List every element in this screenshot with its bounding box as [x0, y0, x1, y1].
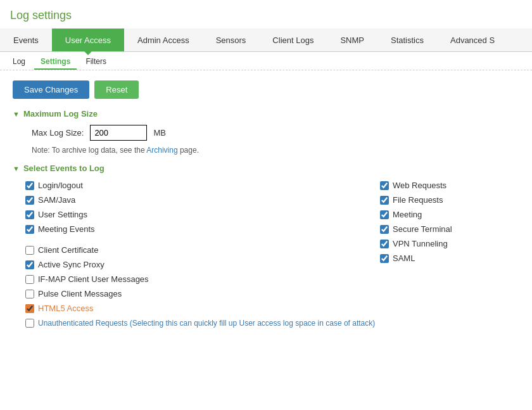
- max-log-size-row: Max Log Size: MB: [32, 125, 519, 141]
- secure-terminal-checkbox[interactable]: [380, 225, 389, 234]
- tab-sensors[interactable]: Sensors: [203, 29, 260, 51]
- select-events-header: ▼ Select Events to Log: [13, 163, 519, 173]
- sub-tab-log[interactable]: Log: [6, 54, 32, 70]
- meeting-checkbox[interactable]: [380, 210, 389, 219]
- list-item: Client Certificate: [25, 244, 380, 256]
- sub-tab-filters[interactable]: Filters: [79, 54, 113, 70]
- secure-terminal-label: Secure Terminal: [393, 224, 452, 234]
- file-requests-label: File Requests: [393, 195, 443, 205]
- client-certificate-checkbox[interactable]: [25, 246, 34, 255]
- user-settings-checkbox[interactable]: [25, 210, 34, 219]
- list-item: HTML5 Access: [25, 302, 380, 314]
- tab-statistics[interactable]: Statistics: [377, 29, 437, 51]
- list-item: Active Sync Proxy: [25, 259, 380, 271]
- pulse-client-checkbox[interactable]: [25, 290, 34, 298]
- events-left-col: Login/logout SAM/Java User Settings Meet…: [25, 179, 380, 329]
- list-item: Unauthenticated Requests (Selecting this…: [25, 317, 380, 329]
- login-logout-checkbox[interactable]: [25, 181, 34, 190]
- tab-client-logs[interactable]: Client Logs: [259, 29, 327, 51]
- tab-user-access[interactable]: User Access: [52, 29, 124, 51]
- max-log-size-unit: MB: [153, 128, 166, 138]
- list-item: Meeting: [380, 208, 519, 221]
- tab-bar: Events User Access Admin Access Sensors …: [0, 29, 532, 52]
- tab-events[interactable]: Events: [0, 29, 52, 51]
- list-item: File Requests: [380, 194, 519, 206]
- html5-access-checkbox[interactable]: [25, 304, 34, 313]
- client-certificate-label: Client Certificate: [38, 245, 98, 255]
- list-item: Web Requests: [380, 179, 519, 191]
- sub-tab-settings[interactable]: Settings: [34, 54, 77, 70]
- list-item: Login/logout: [25, 179, 380, 191]
- web-requests-checkbox[interactable]: [380, 181, 389, 190]
- page-title: Log settings: [0, 0, 532, 29]
- content-area: Save Changes Reset ▼ Maximum Log Size Ma…: [0, 70, 532, 339]
- events-grid: Login/logout SAM/Java User Settings Meet…: [25, 179, 519, 329]
- pulse-client-label: Pulse Client Messages: [38, 289, 122, 298]
- archive-note: Note: To archive log data, see the Archi…: [32, 146, 519, 155]
- unauthenticated-requests-label: Unauthenticated Requests (Selecting this…: [38, 318, 375, 328]
- sam-java-label: SAM/Java: [38, 195, 75, 205]
- sam-java-checkbox[interactable]: [25, 196, 34, 205]
- web-requests-label: Web Requests: [393, 181, 446, 190]
- events-right-col: Web Requests File Requests Meeting Secur…: [380, 179, 519, 329]
- active-sync-proxy-checkbox[interactable]: [25, 260, 34, 269]
- list-item: Pulse Client Messages: [25, 288, 380, 300]
- tab-advanced[interactable]: Advanced S: [437, 29, 508, 51]
- max-log-size-label: Max Log Size:: [32, 128, 84, 138]
- list-item: SAML: [380, 252, 519, 264]
- user-settings-label: User Settings: [38, 210, 87, 219]
- sub-tab-bar: Log Settings Filters: [0, 52, 532, 70]
- button-group: Save Changes Reset: [13, 80, 519, 99]
- login-logout-label: Login/logout: [38, 181, 83, 190]
- meeting-label: Meeting: [393, 210, 422, 219]
- list-item: Meeting Events: [25, 223, 380, 235]
- chevron-down-icon-2: ▼: [13, 165, 20, 172]
- saml-checkbox[interactable]: [380, 254, 389, 263]
- list-item: SAM/Java: [25, 194, 380, 206]
- tab-admin-access[interactable]: Admin Access: [124, 29, 203, 51]
- saml-label: SAML: [393, 253, 415, 263]
- meeting-events-checkbox[interactable]: [25, 225, 34, 234]
- meeting-events-label: Meeting Events: [38, 224, 95, 234]
- list-item: User Settings: [25, 208, 380, 221]
- max-log-size-input[interactable]: [90, 125, 147, 141]
- chevron-down-icon: ▼: [13, 110, 20, 118]
- active-sync-proxy-label: Active Sync Proxy: [38, 260, 104, 269]
- tab-snmp[interactable]: SNMP: [327, 29, 377, 51]
- html5-access-label: HTML5 Access: [38, 304, 93, 313]
- file-requests-checkbox[interactable]: [380, 196, 389, 205]
- list-item: VPN Tunneling: [380, 238, 519, 250]
- ifmap-client-checkbox[interactable]: [25, 275, 34, 284]
- max-log-size-header: ▼ Maximum Log Size: [13, 109, 519, 119]
- reset-button[interactable]: Reset: [94, 80, 139, 99]
- list-item: IF-MAP Client User Messages: [25, 273, 380, 285]
- archiving-link[interactable]: Archiving: [146, 146, 177, 155]
- ifmap-client-label: IF-MAP Client User Messages: [38, 274, 149, 284]
- list-item: Secure Terminal: [380, 223, 519, 235]
- vpn-tunneling-checkbox[interactable]: [380, 240, 389, 248]
- save-button[interactable]: Save Changes: [13, 80, 89, 99]
- vpn-tunneling-label: VPN Tunneling: [393, 239, 448, 248]
- unauthenticated-requests-checkbox[interactable]: [25, 319, 34, 328]
